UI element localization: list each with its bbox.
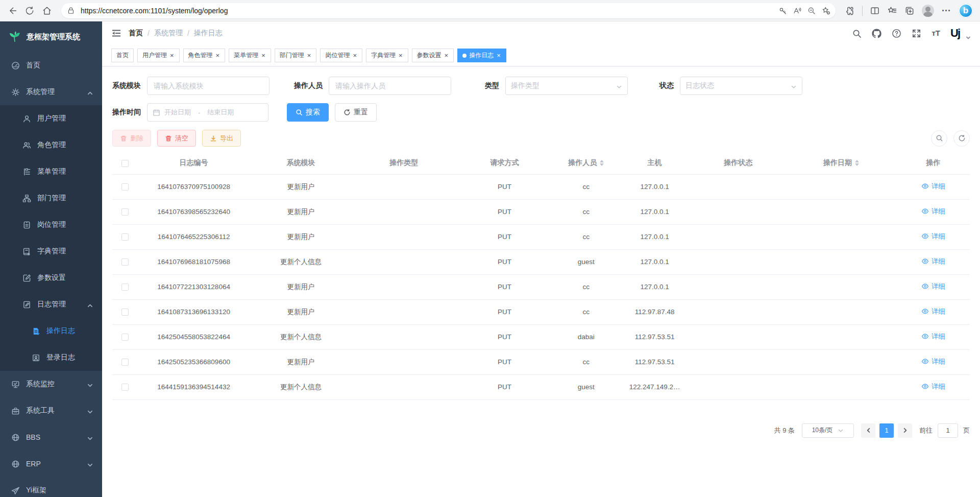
goto-page-input[interactable] (938, 423, 958, 438)
address-bar[interactable]: https://ccnetcore.com:1101/system/log/op… (61, 3, 836, 18)
close-icon[interactable]: × (496, 52, 501, 59)
back-icon[interactable] (7, 6, 17, 16)
sidebar-item-home[interactable]: 首页 (0, 52, 102, 79)
sidebar-item-log-mgmt[interactable]: 日志管理 (0, 291, 102, 318)
chevron-down-icon[interactable] (966, 33, 971, 38)
sidebar-item-dict-mgmt[interactable]: 字典管理 (0, 238, 102, 265)
tab-role-mgmt[interactable]: 角色管理 × (183, 49, 226, 62)
module-input[interactable] (154, 82, 263, 90)
close-icon[interactable]: × (215, 52, 220, 59)
detail-link[interactable]: 详细 (921, 357, 945, 366)
user-avatar-logo[interactable]: Uj (950, 28, 960, 39)
more-options-icon[interactable]: ··· (941, 6, 951, 16)
page-number-1[interactable]: 1 (879, 423, 894, 438)
tab-home[interactable]: 首页 (111, 49, 134, 62)
lock-icon[interactable] (66, 6, 76, 15)
favorites-list-icon[interactable] (887, 6, 897, 16)
detail-link[interactable]: 详细 (921, 207, 945, 216)
bing-chat-icon[interactable]: b (959, 4, 973, 18)
sidebar-collapse-icon[interactable] (111, 28, 121, 38)
sidebar-item-erp[interactable]: ERP (0, 451, 102, 477)
export-button[interactable]: 导出 (202, 130, 241, 147)
tab-dept-mgmt[interactable]: 部门管理 × (275, 49, 317, 62)
close-icon[interactable]: × (398, 52, 403, 59)
sidebar-item-menu-mgmt[interactable]: 菜单管理 (0, 158, 102, 185)
tab-post-mgmt[interactable]: 岗位管理 × (320, 49, 362, 62)
sidebar-item-oper-log[interactable]: 操作日志 (0, 318, 102, 344)
font-size-icon[interactable]: тT (932, 29, 940, 38)
sidebar-item-system-monitor[interactable]: 系统监控 (0, 371, 102, 397)
toggle-search-button[interactable] (931, 130, 947, 147)
sidebar-item-dept-mgmt[interactable]: 部门管理 (0, 185, 102, 211)
sidebar-item-login-log[interactable]: 登录日志 (0, 344, 102, 371)
detail-link[interactable]: 详细 (921, 257, 945, 266)
github-icon[interactable] (872, 29, 881, 38)
collections-icon[interactable] (904, 6, 915, 16)
close-icon[interactable]: × (352, 52, 357, 59)
detail-link[interactable]: 详细 (921, 307, 945, 316)
sort-carets-icon[interactable] (600, 160, 604, 166)
col-operator[interactable]: 操作人员 (554, 152, 618, 174)
tab-user-mgmt[interactable]: 用户管理 × (137, 49, 180, 62)
detail-link[interactable]: 详细 (921, 282, 945, 291)
help-icon[interactable] (892, 29, 901, 38)
favorite-add-icon[interactable] (821, 6, 830, 15)
row-checkbox[interactable] (121, 309, 129, 316)
row-checkbox[interactable] (121, 283, 129, 291)
sidebar-item-system-mgmt[interactable]: 系统管理 (0, 79, 102, 105)
browser-profile-avatar[interactable] (922, 5, 934, 17)
breadcrumb-home[interactable]: 首页 (129, 29, 143, 38)
reset-button[interactable]: 重置 (335, 103, 377, 122)
clear-button[interactable]: 清空 (157, 130, 196, 147)
search-button[interactable]: 搜索 (287, 103, 329, 122)
col-date[interactable]: 操作日期 (786, 152, 897, 174)
row-checkbox[interactable] (121, 233, 129, 241)
row-checkbox[interactable] (121, 183, 129, 191)
detail-link[interactable]: 详细 (921, 232, 945, 241)
tab-menu-mgmt[interactable]: 菜单管理 × (229, 49, 271, 62)
sidebar-item-post-mgmt[interactable]: 岗位管理 (0, 211, 102, 238)
extensions-icon[interactable] (845, 6, 855, 16)
row-checkbox[interactable] (121, 258, 129, 266)
page-size-select[interactable]: 10条/页 (802, 423, 854, 438)
status-select[interactable]: 日志状态 (680, 77, 802, 95)
password-key-icon[interactable] (778, 6, 788, 15)
next-page-button[interactable] (898, 423, 912, 438)
sidebar-item-system-tools[interactable]: 系统工具 (0, 397, 102, 424)
close-icon[interactable]: × (444, 52, 449, 59)
prev-page-button[interactable] (861, 423, 875, 438)
row-checkbox[interactable] (121, 359, 129, 366)
sidebar-item-role-mgmt[interactable]: 角色管理 (0, 132, 102, 158)
tab-dict-mgmt[interactable]: 字典管理 × (366, 49, 408, 62)
close-icon[interactable]: × (307, 52, 312, 59)
sidebar-item-bbs[interactable]: BBS (0, 424, 102, 451)
sidebar-item-user-mgmt[interactable]: 用户管理 (0, 105, 102, 132)
zoom-out-icon[interactable] (807, 6, 816, 15)
sort-carets-icon[interactable] (855, 160, 859, 166)
url-text[interactable]: https://ccnetcore.com:1101/system/log/op… (81, 7, 773, 15)
search-icon[interactable] (852, 29, 862, 38)
sidebar-item-yi-framework[interactable]: Yi框架 (0, 477, 102, 497)
type-select[interactable]: 操作类型 (505, 77, 628, 95)
operator-input[interactable] (335, 82, 445, 90)
close-icon[interactable]: × (261, 52, 266, 59)
row-checkbox[interactable] (121, 384, 129, 391)
refresh-icon[interactable] (24, 6, 35, 16)
detail-link[interactable]: 详细 (921, 382, 945, 391)
detail-link[interactable]: 详细 (921, 182, 945, 191)
split-screen-icon[interactable] (870, 6, 880, 16)
detail-link[interactable]: 详细 (921, 332, 945, 341)
fullscreen-icon[interactable] (912, 29, 921, 38)
close-icon[interactable]: × (169, 52, 175, 59)
delete-button[interactable]: 删除 (112, 130, 151, 147)
sidebar-item-param-settings[interactable]: 参数设置 (0, 265, 102, 291)
select-all-checkbox[interactable] (121, 160, 129, 167)
home-icon[interactable] (42, 6, 52, 16)
row-checkbox[interactable] (121, 334, 129, 341)
tab-oper-log[interactable]: 操作日志 × (457, 49, 506, 62)
read-aloud-icon[interactable] (793, 6, 802, 15)
tab-param-settings[interactable]: 参数设置 × (412, 49, 454, 62)
refresh-table-button[interactable] (953, 130, 970, 147)
row-checkbox[interactable] (121, 208, 129, 216)
date-range-picker[interactable]: 开始日期 - 结束日期 (147, 103, 268, 122)
